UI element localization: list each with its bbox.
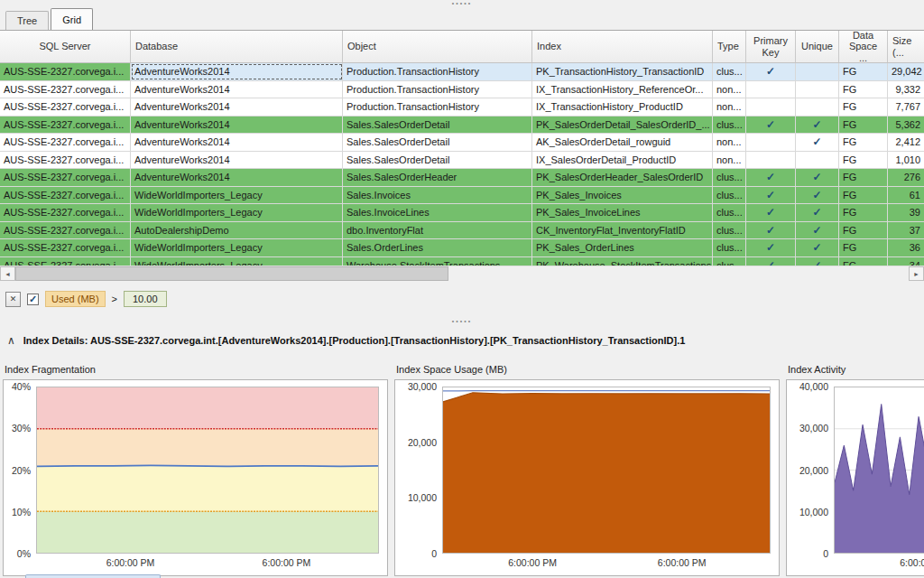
chart-box: 40,00030,00020,00010,0000 6:00:00 PM6:00… — [786, 379, 924, 576]
cell-index: IX_TransactionHistory_ProductID — [532, 98, 713, 116]
cell-type: clus... — [713, 239, 746, 256]
scrollbar-track[interactable] — [448, 266, 909, 281]
cell-pk: ✓ — [746, 222, 796, 239]
scroll-right-button[interactable]: ► — [909, 266, 924, 281]
cell-object: Sales.SalesOrderDetail — [343, 117, 532, 134]
splitter-grip-top[interactable]: ••••• — [0, 0, 924, 7]
cell-pk: ✓ — [746, 257, 796, 266]
x-axis: 6:00:00 PM6:00:00 PM — [834, 557, 924, 573]
filter-close-button[interactable]: ✕ — [5, 292, 21, 307]
cell-pk: ✓ — [746, 239, 796, 256]
cell-database: AdventureWorks2014 — [131, 63, 343, 80]
column-header[interactable]: Index — [532, 31, 713, 62]
cell-database: AdventureWorks2014 — [131, 117, 343, 134]
grid-row[interactable]: AUS-SSE-2327.corvega.i...WideWorldImport… — [0, 204, 924, 222]
cell-size: 1,010 — [888, 152, 924, 169]
grid-row[interactable]: AUS-SSE-2327.corvega.i...AdventureWorks2… — [0, 134, 924, 152]
charts-region: Index Fragmentation 40%30%20%10%0% Rebui… — [0, 361, 924, 578]
cell-dataspace: FG — [839, 81, 888, 98]
cell-type: non... — [713, 134, 746, 151]
grid-row[interactable]: AUS-SSE-2327.corvega.i...WideWorldImport… — [0, 239, 924, 257]
grid-row[interactable]: AUS-SSE-2327.corvega.i...WideWorldImport… — [0, 257, 924, 266]
cell-object: Sales.SalesOrderDetail — [343, 152, 532, 169]
cell-index: IX_SalesOrderDetail_ProductID — [532, 152, 713, 169]
column-header[interactable]: Data Space ... — [839, 31, 888, 62]
collapse-chevron-icon[interactable]: ∧ — [7, 334, 15, 347]
index-details-title: Index Details: AUS-SSE-2327.corvega.int.… — [23, 335, 686, 346]
bottom-scrollbar-partial[interactable] — [25, 574, 161, 578]
cell-index: IX_TransactionHistory_ReferenceOr... — [532, 81, 713, 98]
grid-row[interactable]: AUS-SSE-2327.corvega.i...AdventureWorks2… — [0, 63, 924, 81]
cell-server: AUS-SSE-2327.corvega.i... — [0, 239, 131, 256]
cell-type: clus... — [713, 169, 746, 186]
filter-enabled-checkbox[interactable]: ✓ — [27, 294, 39, 305]
cell-type: non... — [713, 152, 746, 169]
chart-box: 40%30%20%10%0% RebuildReorganize 6:00:00… — [3, 379, 388, 576]
grid-row[interactable]: AUS-SSE-2327.corvega.i...AutoDealershipD… — [0, 222, 924, 240]
cell-type: non... — [713, 98, 746, 116]
plot-area — [834, 387, 924, 554]
index-grid: SQL ServerDatabaseObjectIndexTypePrimary… — [0, 31, 924, 266]
cell-pk — [746, 134, 796, 151]
chart-title: Index Space Usage (MB) — [394, 361, 780, 379]
scroll-left-button[interactable]: ◄ — [0, 266, 15, 281]
column-header[interactable]: Object — [343, 31, 532, 62]
column-header[interactable]: Database — [131, 31, 343, 62]
cell-index: CK_InventoryFlat_InventoryFlatID — [532, 222, 713, 239]
cell-server: AUS-SSE-2327.corvega.i... — [0, 187, 131, 204]
cell-object: Sales.SalesOrderDetail — [343, 134, 532, 151]
cell-size: 61 — [888, 187, 924, 204]
grid-row[interactable]: AUS-SSE-2327.corvega.i...AdventureWorks2… — [0, 117, 924, 135]
cell-size: 2,412 — [888, 134, 924, 151]
filter-value-box[interactable]: 10.00 — [124, 291, 167, 307]
cell-unique: ✓ — [796, 239, 839, 256]
cell-database: AdventureWorks2014 — [131, 169, 343, 186]
cell-size: 34 — [888, 257, 924, 266]
chart-index-space-usage: Index Space Usage (MB) 30,00020,00010,00… — [394, 361, 780, 578]
tab-grid[interactable]: Grid — [51, 8, 93, 31]
cell-index: PK_Sales_InvoiceLines — [532, 204, 713, 221]
cell-database: WideWorldImporters_Legacy — [131, 239, 343, 256]
x-tick-label: 6:00:00 PM — [106, 557, 155, 568]
cell-type: clus... — [713, 257, 746, 266]
column-header[interactable]: Type — [713, 31, 746, 62]
plot-area — [442, 387, 771, 554]
tab-tree[interactable]: Tree — [5, 11, 49, 31]
cell-object: Production.TransactionHistory — [343, 63, 532, 80]
cell-unique — [796, 63, 839, 80]
cell-size: 37 — [888, 222, 924, 239]
grid-row[interactable]: AUS-SSE-2327.corvega.i...AdventureWorks2… — [0, 152, 924, 170]
grid-row[interactable]: AUS-SSE-2327.corvega.i...AdventureWorks2… — [0, 81, 924, 99]
column-header[interactable]: Unique — [796, 31, 839, 62]
column-header[interactable]: SQL Server — [0, 31, 131, 62]
index-analysis-window: ••••• Tree Grid SQL ServerDatabaseObject… — [0, 0, 924, 578]
cell-database: WideWorldImporters_Legacy — [131, 187, 343, 204]
cell-unique — [796, 98, 839, 116]
horizontal-scrollbar[interactable]: ◄ ► — [0, 266, 924, 281]
column-header[interactable]: Primary Key — [746, 31, 796, 62]
cell-object: dbo.InventoryFlat — [343, 222, 532, 239]
column-header[interactable]: Size (... — [888, 31, 924, 62]
cell-database: AdventureWorks2014 — [131, 98, 343, 116]
x-tick-label: 6:00:00 PM — [658, 557, 707, 568]
y-tick-label: 0% — [17, 548, 31, 559]
cell-size: 39 — [888, 204, 924, 221]
splitter-grip-middle[interactable]: ••••• — [0, 318, 924, 325]
scrollbar-thumb[interactable] — [15, 266, 448, 281]
grid-row[interactable]: AUS-SSE-2327.corvega.i...AdventureWorks2… — [0, 98, 924, 117]
cell-object: Sales.SalesOrderHeader — [343, 169, 532, 186]
cell-index: PK_SalesOrderDetail_SalesOrderID_... — [532, 117, 713, 134]
cell-dataspace: FG — [839, 169, 888, 186]
grid-row[interactable]: AUS-SSE-2327.corvega.i...WideWorldImport… — [0, 187, 924, 205]
cell-server: AUS-SSE-2327.corvega.i... — [0, 222, 131, 239]
y-tick-label: 20% — [12, 465, 31, 476]
grid-row[interactable]: AUS-SSE-2327.corvega.i...AdventureWorks2… — [0, 169, 924, 187]
cell-database: AdventureWorks2014 — [131, 152, 343, 169]
cell-type: clus... — [713, 187, 746, 204]
y-tick-label: 20,000 — [408, 437, 437, 448]
y-tick-label: 0 — [823, 548, 828, 559]
cell-dataspace: FG — [839, 222, 888, 239]
cell-type: clus... — [713, 63, 746, 80]
filter-field-chip[interactable]: Used (MB) — [45, 291, 106, 307]
cell-size: 36 — [888, 239, 924, 256]
